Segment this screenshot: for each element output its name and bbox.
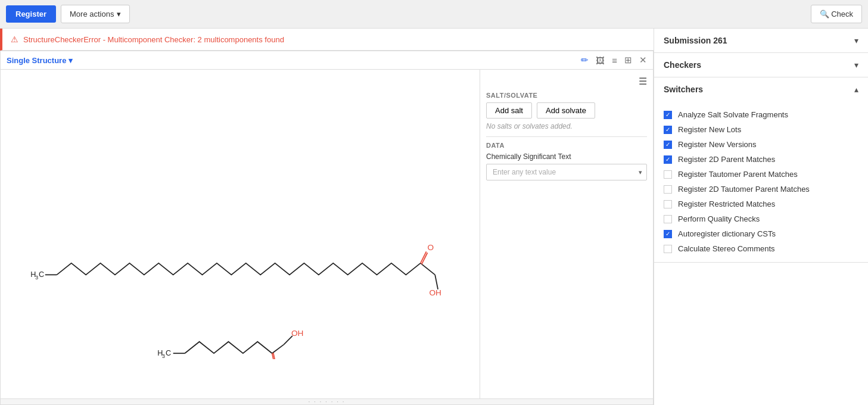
no-salts-text: No salts or solvates added. — [486, 122, 647, 130]
submission-header[interactable]: Submission 261 — [654, 29, 868, 52]
submission-section: Submission 261 — [654, 29, 868, 53]
switcher-label-calculate-stereo: Calculate Stereo Comments — [678, 244, 775, 253]
checkbox-register-2d-tautomer[interactable] — [664, 185, 672, 194]
add-solvate-button[interactable]: Add solvate — [537, 102, 595, 119]
checkers-title: Checkers — [664, 60, 701, 70]
molecule-svg: H 3 C O OH — [20, 109, 461, 359]
svg-text:3: 3 — [35, 275, 38, 281]
checkbox-register-restricted[interactable] — [664, 200, 672, 208]
edit-icon[interactable]: ✏ — [581, 55, 589, 66]
data-label: DATA — [486, 142, 647, 149]
switcher-item-register-versions: ✓Register New Versions — [664, 137, 858, 152]
switcher-item-register-restricted: Register Restricted Matches — [664, 197, 858, 211]
checkbox-calculate-stereo[interactable] — [664, 245, 672, 253]
toolbar: Register More actions ▾ 🔍 Check — [0, 0, 868, 29]
submission-chevron-icon — [854, 36, 858, 45]
checkbox-analyze-salt[interactable]: ✓ — [664, 111, 672, 119]
checkers-section: Checkers — [654, 53, 868, 77]
text-value-select-wrapper: Enter any text value ▾ — [486, 164, 647, 180]
checkbox-register-2d[interactable]: ✓ — [664, 155, 672, 164]
right-sidebar: Submission 261 Checkers Switchers — [654, 29, 868, 405]
image-icon[interactable]: 🖼 — [596, 55, 605, 66]
structure-container: Single Structure ▾ ✏ 🖼 ≡ ⊞ ✕ — [0, 51, 654, 405]
switchers-chevron-icon — [854, 85, 858, 94]
field-label: Chemically Significant Text — [486, 152, 647, 161]
svg-text:3: 3 — [162, 353, 165, 359]
grid-icon[interactable]: ⊞ — [624, 55, 632, 66]
svg-line-16 — [273, 353, 276, 359]
salt-solvate-label: SALT/SOLVATE — [486, 92, 647, 99]
error-banner: ⚠ StructureCheckerError - Multicomponent… — [0, 29, 654, 51]
structure-body: H 3 C O OH — [1, 70, 653, 398]
switcher-label-register-tautomer: Register Tautomer Parent Matches — [678, 170, 798, 179]
switcher-label-analyze-salt: Analyze Salt Solvate Fragments — [678, 110, 788, 119]
switcher-label-autoregister-cst: Autoregister dictionary CSTs — [678, 229, 776, 238]
checkbox-autoregister-cst[interactable]: ✓ — [664, 230, 672, 238]
text-value-select[interactable]: Enter any text value — [486, 164, 647, 180]
structure-header: Single Structure ▾ ✏ 🖼 ≡ ⊞ ✕ — [1, 51, 653, 70]
switcher-label-perform-quality: Perform Quality Checks — [678, 214, 760, 223]
header-icons: ✏ 🖼 ≡ ⊞ ✕ — [581, 55, 647, 66]
svg-line-4 — [421, 263, 435, 275]
switcher-item-register-tautomer: Register Tautomer Parent Matches — [664, 167, 858, 182]
switcher-item-calculate-stereo: Calculate Stereo Comments — [664, 241, 858, 256]
single-structure-button[interactable]: Single Structure ▾ — [7, 56, 73, 65]
structure-title-text: Single Structure — [7, 56, 66, 65]
switchers-content: ✓Analyze Salt Solvate Fragments✓Register… — [654, 101, 868, 262]
checkers-chevron-icon — [854, 60, 858, 70]
drag-handle[interactable]: · · · · · · · — [1, 398, 653, 404]
register-button[interactable]: Register — [6, 5, 56, 23]
switcher-item-analyze-salt: ✓Analyze Salt Solvate Fragments — [664, 107, 858, 122]
switcher-item-register-2d-tautomer: Register 2D Tautomer Parent Matches — [664, 182, 858, 197]
molecule-area: H 3 C O OH — [1, 70, 480, 398]
hamburger-icon[interactable]: ☰ — [486, 76, 647, 87]
chevron-down-icon: ▾ — [117, 10, 121, 18]
salt-buttons: Add salt Add solvate — [486, 102, 647, 119]
svg-text:OH: OH — [429, 288, 441, 297]
checkbox-register-versions[interactable]: ✓ — [664, 141, 672, 149]
divider — [486, 136, 647, 137]
switcher-item-register-2d: ✓Register 2D Parent Matches — [664, 152, 858, 167]
error-message: StructureCheckerError - Multicomponent C… — [23, 35, 284, 44]
svg-line-14 — [272, 345, 284, 354]
checkbox-perform-quality[interactable] — [664, 215, 672, 223]
switcher-label-register-restricted: Register Restricted Matches — [678, 200, 775, 208]
switchers-title: Switchers — [664, 85, 703, 94]
content-area: ⚠ StructureCheckerError - Multicomponent… — [0, 29, 868, 405]
switcher-label-register-2d: Register 2D Parent Matches — [678, 155, 775, 164]
switcher-label-register-versions: Register New Versions — [678, 140, 757, 149]
switchers-header[interactable]: Switchers — [654, 77, 868, 101]
checkers-header[interactable]: Checkers — [654, 53, 868, 77]
svg-text:C: C — [166, 349, 171, 357]
check-button[interactable]: 🔍 Check — [811, 5, 862, 23]
switcher-label-register-2d-tautomer: Register 2D Tautomer Parent Matches — [678, 185, 810, 194]
add-salt-button[interactable]: Add salt — [486, 102, 532, 119]
structure-title-chevron: ▾ — [69, 56, 73, 65]
switcher-item-register-lots: ✓Register New Lots — [664, 122, 858, 137]
svg-line-5 — [435, 275, 438, 289]
list-icon[interactable]: ≡ — [612, 55, 617, 66]
close-icon[interactable]: ✕ — [639, 55, 647, 66]
switcher-label-register-lots: Register New Lots — [678, 125, 741, 134]
switcher-item-autoregister-cst: ✓Autoregister dictionary CSTs — [664, 226, 858, 241]
more-actions-button[interactable]: More actions ▾ — [61, 5, 130, 23]
warning-icon: ⚠ — [11, 35, 18, 44]
svg-text:O: O — [428, 243, 434, 252]
checkbox-register-lots[interactable]: ✓ — [664, 126, 672, 134]
svg-text:OH: OH — [291, 329, 303, 338]
checkbox-register-tautomer[interactable] — [664, 170, 672, 179]
switcher-item-perform-quality: Perform Quality Checks — [664, 211, 858, 226]
more-actions-label: More actions — [70, 10, 114, 18]
svg-text:C: C — [39, 270, 44, 279]
submission-title: Submission 261 — [664, 36, 727, 45]
switchers-section: Switchers ✓Analyze Salt Solvate Fragment… — [654, 77, 868, 263]
structure-right-panel: ☰ SALT/SOLVATE Add salt Add solvate No s… — [480, 70, 653, 398]
drag-dots-icon: · · · · · · · — [308, 398, 345, 405]
main-panel: ⚠ StructureCheckerError - Multicomponent… — [0, 29, 654, 405]
